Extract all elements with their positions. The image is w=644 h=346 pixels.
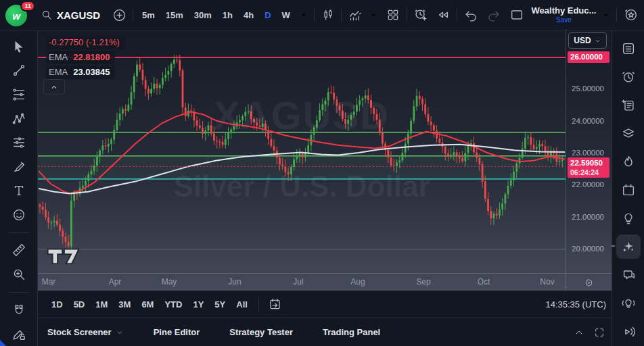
- create-alert-button[interactable]: [411, 5, 430, 24]
- publish-button[interactable]: [621, 5, 640, 24]
- price-tick: 23.00000: [572, 149, 604, 157]
- divider: [407, 7, 407, 22]
- layout-chevron-icon[interactable]: [601, 5, 612, 24]
- interval-5m[interactable]: 5m: [137, 7, 160, 23]
- range-ytd[interactable]: YTD: [160, 297, 186, 312]
- ema-legend-row[interactable]: EMA23.03845: [46, 66, 115, 79]
- layout-select-button[interactable]: [507, 5, 526, 24]
- panel-tab-trading-panel[interactable]: Trading Panel: [323, 327, 380, 337]
- text-tool-tool[interactable]: [7, 179, 30, 202]
- ema-legend-row[interactable]: EMA22.81800: [46, 51, 115, 64]
- utc-clock[interactable]: 14:35:35 (UTC): [545, 299, 606, 310]
- range-6m[interactable]: 6M: [137, 297, 158, 312]
- panel-maximize-icon[interactable]: [594, 327, 605, 338]
- range-1m[interactable]: 1M: [91, 297, 112, 312]
- indicators-templates-chevron-icon[interactable]: [369, 5, 380, 24]
- symbol-search-button[interactable]: XAGUSD: [35, 6, 106, 24]
- divider: [314, 7, 315, 22]
- minds-button[interactable]: [616, 320, 641, 344]
- notification-badge: 11: [20, 1, 35, 11]
- range-toolbar: 1D5D1M3M6MYTD1Y5YAll 14:35:35 (UTC): [38, 291, 612, 318]
- month-label-mar: Mar: [42, 277, 56, 287]
- xabcd-pattern-tool[interactable]: [7, 107, 30, 130]
- drawing-toolbar: [0, 30, 38, 346]
- object-tree-button[interactable]: [616, 122, 641, 146]
- bar-replay-button[interactable]: [434, 5, 453, 24]
- range-buttons: 1D5D1M3M6MYTD1Y5YAll: [47, 297, 252, 312]
- panel-collapse-chevron-icon[interactable]: [574, 327, 584, 338]
- month-label-jun: Jun: [228, 277, 241, 287]
- price-scale[interactable]: 25.0000024.0000023.0000022.0000021.00000…: [566, 30, 612, 273]
- legend-collapse-button[interactable]: [43, 79, 65, 95]
- cursor-icon: [12, 39, 26, 54]
- layout-name-button[interactable]: Wealthy Educ... Save: [530, 6, 598, 23]
- chart-legend: -0.27750 (-1.21%) EMA22.81800 EMA23.0384…: [46, 36, 125, 80]
- panel-tab-strategy-tester[interactable]: Strategy Tester: [229, 327, 293, 337]
- zoom-in-icon: [12, 267, 26, 282]
- interval-chevron-icon[interactable]: [299, 5, 310, 24]
- compare-add-button[interactable]: [110, 5, 129, 24]
- indicators-button[interactable]: [346, 5, 365, 24]
- layout-name: Wealthy Educ...: [532, 6, 597, 16]
- axis-settings-corner[interactable]: [566, 274, 612, 291]
- xabcd-pattern-icon: [12, 112, 26, 126]
- range-3m[interactable]: 3M: [114, 297, 135, 312]
- cursor-tool[interactable]: [7, 35, 30, 58]
- ideas-button[interactable]: [616, 206, 641, 230]
- undo-button[interactable]: [461, 5, 480, 24]
- month-label-jul: Jul: [293, 277, 303, 287]
- divider: [133, 7, 133, 22]
- divider: [9, 292, 29, 293]
- chart-pane[interactable]: XAGUSD Silver / U.S. Dollar -0.27750 (-1…: [38, 30, 566, 273]
- divider: [341, 7, 342, 22]
- watchlist-button[interactable]: [616, 36, 641, 61]
- tradingview-logo-watermark: [45, 246, 83, 268]
- redo-button[interactable]: [484, 5, 503, 24]
- news-notes-button[interactable]: [616, 93, 641, 118]
- trend-line-tool[interactable]: [7, 59, 30, 82]
- interval-4h[interactable]: 4h: [239, 7, 258, 23]
- interval-1h[interactable]: 1h: [218, 7, 237, 23]
- alerts-button[interactable]: [616, 65, 641, 89]
- fib-lines-icon: [12, 87, 26, 102]
- time-axis[interactable]: MarAprMayJunJulAugSepOctNov: [38, 273, 612, 291]
- chat-button[interactable]: [616, 263, 641, 287]
- chart-type-button[interactable]: [319, 5, 338, 24]
- range-5y[interactable]: 5Y: [210, 297, 229, 312]
- grid-icon: [386, 8, 400, 22]
- emoji-tool[interactable]: [7, 203, 30, 226]
- ai-sparkles-button[interactable]: [616, 234, 641, 259]
- goto-date-button[interactable]: [266, 295, 285, 314]
- calendar-button[interactable]: [616, 178, 641, 203]
- currency-toggle[interactable]: USD: [568, 32, 607, 49]
- ai-sparkles-icon: [621, 239, 636, 254]
- interval-D[interactable]: D: [260, 7, 275, 23]
- brush-tool[interactable]: [7, 155, 30, 178]
- range-all[interactable]: All: [232, 297, 252, 312]
- price-tick: 25.00000: [572, 84, 604, 93]
- save-label[interactable]: Save: [556, 16, 572, 24]
- layout-grid-button[interactable]: [384, 5, 402, 24]
- zoom-in-tool[interactable]: [7, 263, 30, 286]
- range-5d[interactable]: 5D: [70, 297, 89, 312]
- interval-30m[interactable]: 30m: [189, 7, 216, 23]
- interval-15m[interactable]: 15m: [161, 7, 188, 23]
- interval-W[interactable]: W: [277, 7, 295, 23]
- panel-tab-pine-editor[interactable]: Pine Editor: [154, 327, 200, 337]
- ruler-tool[interactable]: [7, 239, 30, 262]
- range-1d[interactable]: 1D: [47, 297, 67, 312]
- magnet-tool[interactable]: [7, 299, 30, 322]
- price-tick: 22.00000: [572, 180, 604, 189]
- goto-date-icon: [268, 297, 282, 312]
- replay-rewind-icon: [436, 7, 451, 22]
- range-1y[interactable]: 1Y: [189, 297, 208, 312]
- bar-countdown: 06:24:24: [570, 168, 607, 176]
- chat-icon: [621, 268, 636, 282]
- hotlists-button[interactable]: [616, 150, 641, 174]
- live-ideas-button[interactable]: [616, 291, 641, 316]
- forecast-tool[interactable]: [7, 131, 30, 154]
- panel-tab-stock-screener[interactable]: Stock Screener: [47, 327, 124, 337]
- fib-lines-tool[interactable]: [7, 83, 30, 106]
- account-logo[interactable]: w 11: [4, 1, 31, 28]
- draw-lock-tool[interactable]: [7, 322, 30, 345]
